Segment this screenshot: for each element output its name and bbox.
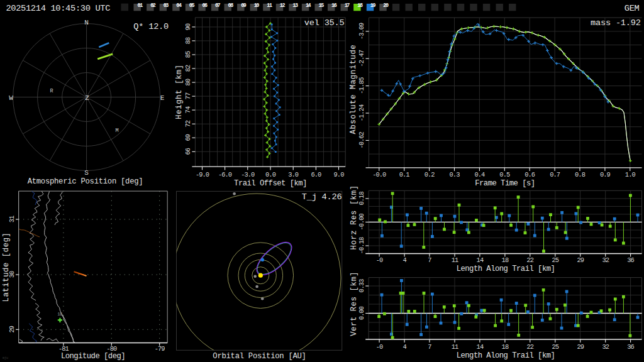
svg-text:Vert Res [km]: Vert Res [km]	[350, 272, 358, 336]
svg-text:vel 35.5: vel 35.5	[304, 18, 345, 28]
svg-text:25: 25	[552, 256, 559, 264]
svg-text:Trail Offset [km]: Trail Offset [km]	[234, 179, 307, 188]
svg-text:3.0: 3.0	[288, 171, 299, 178]
svg-text:69: 69	[184, 134, 192, 141]
svg-text:Frame Time [s]: Frame Time [s]	[475, 179, 535, 188]
svg-text:66: 66	[184, 148, 192, 155]
svg-text:0.9: 0.9	[600, 171, 611, 178]
svg-text:-2.47: -2.47	[358, 50, 365, 67]
svg-text:0.2: 0.2	[425, 171, 435, 178]
svg-text:T_j 4.26: T_j 4.26	[302, 192, 342, 202]
svg-text:-6.0: -6.0	[218, 171, 232, 178]
svg-text:R: R	[50, 88, 53, 94]
svg-text:-0.62: -0.62	[358, 131, 365, 148]
svg-text:11: 11	[452, 256, 458, 264]
svg-text:E: E	[160, 94, 165, 102]
svg-text:7: 7	[428, 343, 431, 351]
svg-text:-79: -79	[155, 345, 165, 353]
svg-text:0.1: 0.1	[399, 171, 410, 178]
svg-text:Length Along Trail [km]: Length Along Trail [km]	[457, 351, 555, 360]
svg-text:14: 14	[477, 256, 484, 264]
svg-text:9.0: 9.0	[334, 171, 345, 178]
svg-text:22: 22	[527, 343, 534, 351]
svg-text:32: 32	[602, 256, 609, 264]
svg-text:80: 80	[184, 79, 192, 85]
svg-text:18: 18	[502, 256, 509, 264]
svg-text:85: 85	[184, 51, 192, 58]
svg-text:14: 14	[477, 343, 484, 351]
svg-text:18: 18	[502, 343, 509, 351]
svg-text:Absolute Magnitude: Absolute Magnitude	[349, 45, 358, 134]
svg-text:-3.0: -3.0	[241, 171, 255, 178]
svg-text:88: 88	[184, 37, 192, 44]
svg-text:Length Along Trail [km]: Length Along Trail [km]	[457, 265, 555, 273]
svg-text:4: 4	[402, 256, 406, 264]
svg-text:1.0: 1.0	[625, 171, 636, 178]
svg-text:36: 36	[627, 343, 634, 351]
svg-text:0.5: 0.5	[499, 171, 510, 178]
svg-text:mass -1.92: mass -1.92	[591, 18, 641, 28]
svg-text:-9.0: -9.0	[196, 171, 209, 178]
svg-text:-0: -0	[376, 256, 383, 264]
svg-text:0.6: 0.6	[525, 171, 535, 178]
svg-text:0.4: 0.4	[474, 171, 485, 178]
svg-text:31: 31	[8, 216, 16, 222]
svg-text:18: 18	[57, 312, 62, 317]
svg-text:0.8: 0.8	[575, 171, 586, 178]
svg-text:4: 4	[402, 343, 406, 351]
svg-text:W: W	[9, 94, 13, 102]
svg-text:0.0: 0.0	[265, 171, 276, 178]
svg-text:GEM: GEM	[625, 4, 640, 13]
svg-text:M: M	[115, 128, 118, 134]
svg-text:90: 90	[184, 23, 192, 30]
svg-text:20251214 10:45:30 UTC: 20251214 10:45:30 UTC	[6, 4, 110, 13]
svg-text:Horz Res [km]: Horz Res [km]	[350, 185, 358, 250]
svg-text:32: 32	[602, 343, 609, 351]
svg-text:-0: -0	[376, 343, 383, 351]
svg-text:mju: mju	[3, 356, 8, 360]
svg-text:Z: Z	[85, 94, 89, 102]
svg-text:S: S	[84, 169, 89, 177]
svg-text:82: 82	[184, 65, 192, 72]
svg-text:22: 22	[527, 256, 534, 264]
svg-text:6.0: 6.0	[311, 171, 321, 178]
svg-text:7: 7	[428, 256, 431, 264]
svg-text:74: 74	[184, 106, 192, 113]
svg-text:29: 29	[8, 326, 16, 332]
svg-text:36: 36	[627, 256, 634, 264]
svg-text:Height [km]: Height [km]	[175, 64, 184, 119]
svg-text:11: 11	[452, 343, 458, 351]
svg-text:Q* 12.0: Q* 12.0	[133, 22, 169, 31]
svg-text:-3.09: -3.09	[358, 23, 365, 40]
svg-text:0.33: 0.33	[358, 279, 365, 293]
svg-text:Latitude [deg]: Latitude [deg]	[2, 232, 11, 302]
svg-text:-0.0: -0.0	[372, 171, 386, 178]
svg-text:25: 25	[552, 343, 559, 351]
svg-text:0.18: 0.18	[358, 192, 365, 206]
svg-text:-0.00: -0.00	[358, 213, 365, 230]
svg-text:0.7: 0.7	[550, 171, 560, 178]
svg-text:72: 72	[184, 120, 192, 127]
svg-text:0.3: 0.3	[450, 171, 460, 178]
svg-text:29: 29	[577, 256, 584, 264]
svg-text:N: N	[84, 19, 89, 26]
svg-text:-1.85: -1.85	[358, 77, 365, 94]
svg-text:-0.18: -0.18	[358, 237, 365, 254]
svg-text:Longitude [deg]: Longitude [deg]	[61, 352, 125, 361]
svg-text:-1.24: -1.24	[358, 104, 365, 121]
svg-text:0.00: 0.00	[358, 306, 365, 320]
svg-text:Orbital Position [AU]: Orbital Position [AU]	[213, 352, 306, 361]
svg-text:77: 77	[184, 92, 192, 99]
svg-text:29: 29	[577, 343, 584, 351]
svg-text:Atmospheric Position [deg]: Atmospheric Position [deg]	[28, 177, 143, 186]
